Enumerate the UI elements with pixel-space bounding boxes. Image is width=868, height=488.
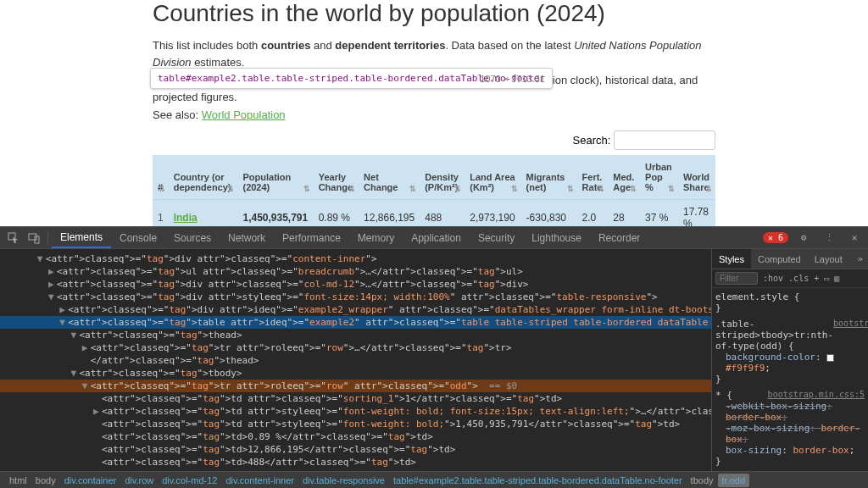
more-icon[interactable]: ⋮: [822, 231, 836, 245]
dom-node[interactable]: <attr">classeq">="tag">td attr">styleeq"…: [0, 418, 711, 430]
add-rule-icon[interactable]: +: [814, 274, 819, 283]
breadcrumb-item[interactable]: table#example2.table.table-striped.table…: [389, 474, 687, 487]
devtools-tab[interactable]: Memory: [349, 227, 403, 248]
table-cell: 2,973,190: [465, 199, 520, 226]
dom-node[interactable]: <attr">classeq">="tag">td>488</attr">cla…: [0, 456, 711, 469]
column-header[interactable]: World Share⇅: [678, 155, 715, 200]
devtools-tab[interactable]: Security: [470, 227, 523, 248]
close-icon[interactable]: ✕: [848, 231, 861, 245]
dom-breadcrumb[interactable]: htmlbodydiv.containerdiv.rowdiv.col-md-1…: [0, 471, 868, 488]
column-header[interactable]: Density (P/Km²)⇅: [420, 155, 465, 200]
page-title: Countries in the world by population (20…: [153, 0, 715, 27]
dom-node[interactable]: <attr">classeq">="tag">td>12,866,195</at…: [0, 443, 711, 456]
dom-node[interactable]: </attr">classeq">="tag">thead>: [0, 354, 711, 367]
sort-icon: ⇅: [511, 186, 518, 192]
table-cell: 28: [608, 199, 640, 226]
sort-icon: ⇅: [705, 186, 712, 192]
table-row: 1India1,450,935,7910.89 %12,866,1954882,…: [153, 199, 715, 226]
dom-node[interactable]: <attr">classeq">="tag">td attr">classeq"…: [0, 392, 711, 405]
table-cell: 17.78 %: [678, 199, 715, 226]
dom-node[interactable]: ▶<attr">classeq">="tag">div attr">classe…: [0, 278, 711, 291]
breadcrumb-item[interactable]: tbody: [687, 474, 718, 487]
column-header[interactable]: Yearly Change⇅: [314, 155, 359, 200]
sort-icon: ⇅: [668, 186, 675, 192]
dom-tree[interactable]: ▼<attr">classeq">="tag">div attr">classe…: [0, 249, 711, 471]
styles-filter-input[interactable]: [715, 272, 758, 285]
column-header[interactable]: Country (or dependency)⇅: [169, 155, 238, 200]
dom-node[interactable]: ▼<attr">classeq">="tag">table attr">ideq…: [0, 316, 711, 329]
breadcrumb-item[interactable]: div.content-inner: [221, 474, 298, 487]
breadcrumb-item[interactable]: div.table-responsive: [298, 474, 389, 487]
column-header[interactable]: Urban Pop %⇅: [640, 155, 678, 200]
search-input[interactable]: [614, 130, 715, 150]
column-header[interactable]: Net Change⇅: [359, 155, 420, 200]
devtools-tab[interactable]: Lighthouse: [523, 227, 590, 248]
devtools-tab[interactable]: Elements: [52, 227, 111, 248]
world-population-link[interactable]: World Population: [202, 108, 286, 121]
column-header[interactable]: #⇅: [153, 155, 169, 200]
devtools-panel: ElementsConsoleSourcesNetworkPerformance…: [0, 226, 868, 488]
css-rule[interactable]: .table-striped>tbody>tr:nth-of-type(odd)…: [715, 319, 865, 385]
styles-panel: StylesComputedLayout» :hov .cls + ▭ ▥ el…: [711, 249, 868, 471]
column-header[interactable]: Med. Age⇅: [608, 155, 640, 200]
devtools-tab[interactable]: Recorder: [590, 227, 648, 248]
table-cell: India: [169, 199, 238, 226]
table-cell: 37 %: [640, 199, 678, 226]
css-rule[interactable]: * {bootstrap.min.css:5-webkit-box-sizing…: [715, 390, 865, 467]
dom-node[interactable]: <attr">classeq">="tag">td>0.89 %</attr">…: [0, 430, 711, 443]
country-link[interactable]: India: [174, 212, 198, 224]
devtools-tab[interactable]: Sources: [165, 227, 220, 248]
inspect-icon[interactable]: [7, 231, 20, 245]
table-cell: 1: [153, 199, 169, 226]
column-header[interactable]: Population (2024)⇅: [237, 155, 313, 200]
dom-node[interactable]: ▶<attr">classeq">="tag">ul attr">classeq…: [0, 265, 711, 278]
more-tabs-icon[interactable]: »: [852, 253, 868, 264]
sort-icon: ⇅: [303, 186, 310, 192]
dom-node[interactable]: ▼<attr">classeq">="tag">thead>: [0, 329, 711, 341]
inspector-tooltip: table#example2.table.table-striped.table…: [150, 68, 553, 89]
breadcrumb-item[interactable]: div.container: [60, 474, 121, 487]
column-header[interactable]: Migrants (net)⇅: [521, 155, 577, 200]
breadcrumb-item[interactable]: div.row: [120, 474, 158, 487]
flex-icon[interactable]: ▥: [834, 274, 839, 283]
breadcrumb-item[interactable]: body: [31, 474, 60, 487]
devtools-tab[interactable]: Application: [403, 227, 470, 248]
table-cell: 488: [420, 199, 465, 226]
table-cell: 1,450,935,791: [237, 199, 313, 226]
table-cell: 2.0: [577, 199, 609, 226]
sort-icon: ⇅: [159, 186, 165, 192]
column-header[interactable]: Fert. Rate⇅: [577, 155, 609, 200]
sort-icon: ⇅: [409, 186, 416, 192]
intro-line-1: This list includes both countries and de…: [153, 37, 715, 70]
sort-icon: ⇅: [567, 186, 574, 192]
device-icon[interactable]: [27, 231, 41, 245]
css-rule[interactable]: element.style {}: [715, 291, 865, 313]
table-cell: 12,866,195: [359, 199, 420, 226]
column-header[interactable]: Land Area (Km²)⇅: [465, 155, 520, 200]
styles-tab[interactable]: Styles: [712, 249, 751, 269]
dom-node[interactable]: ▼<attr">classeq">="tag">div attr">stylee…: [0, 291, 711, 303]
settings-icon[interactable]: ⚙: [797, 231, 810, 245]
dom-node[interactable]: ▼<attr">classeq">="tag">div attr">classe…: [0, 252, 711, 265]
devtools-toolbar: ElementsConsoleSourcesNetworkPerformance…: [0, 227, 868, 249]
dom-node[interactable]: ▶<attr">classeq">="tag">tr attr">roleeq"…: [0, 341, 711, 354]
devtools-tab[interactable]: Performance: [274, 227, 349, 248]
sort-icon: ⇅: [227, 186, 234, 192]
breadcrumb-item[interactable]: div.col-md-12: [158, 474, 221, 487]
dom-node[interactable]: ▶<attr">classeq">="tag">div attr">ideq">…: [0, 303, 711, 316]
search-label: Search:: [573, 134, 611, 147]
table-cell: 0.89 %: [314, 199, 359, 226]
styles-tab[interactable]: Computed: [751, 249, 808, 269]
intro-line-3: See also: World Population: [153, 107, 715, 124]
devtools-tab[interactable]: Network: [220, 227, 274, 248]
hov-cls-hints[interactable]: :hov .cls: [763, 274, 809, 283]
computed-icon[interactable]: ▭: [824, 274, 829, 283]
dom-node[interactable]: ▶<attr">classeq">="tag">td attr">styleeq…: [0, 405, 711, 418]
breadcrumb-item[interactable]: html: [5, 474, 31, 487]
devtools-tab[interactable]: Console: [111, 227, 165, 248]
dom-node[interactable]: ▼<attr">classeq">="tag">tbody>: [0, 367, 711, 380]
styles-tab[interactable]: Layout: [808, 249, 849, 269]
error-badge[interactable]: ✕ 6: [763, 232, 788, 243]
dom-node[interactable]: ▼<attr">classeq">="tag">tr attr">roleeq"…: [0, 380, 711, 392]
breadcrumb-item[interactable]: tr.odd: [718, 474, 750, 487]
